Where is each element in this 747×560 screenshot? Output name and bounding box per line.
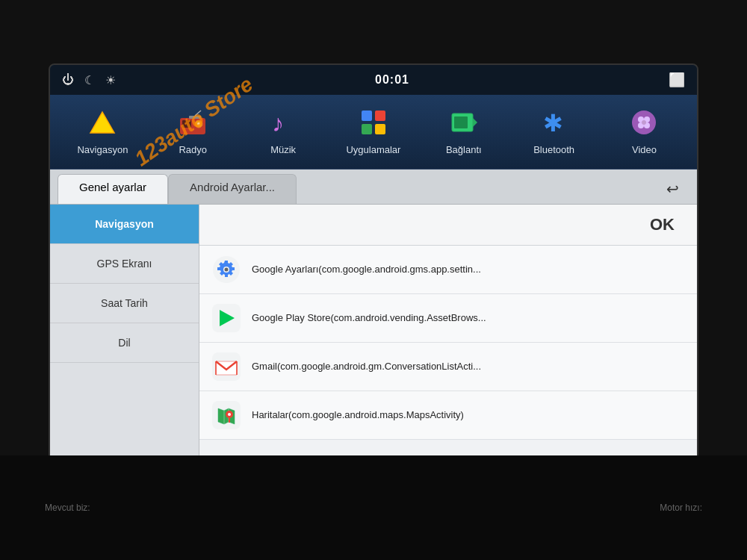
connection-icon xyxy=(450,109,477,140)
svg-rect-8 xyxy=(362,111,372,121)
car-screen: 123auto Store ⏻ ☾ ☀ 00:01 ⬜ Navigasyon xyxy=(49,63,698,497)
bottom-left-label: Mevcut biz: xyxy=(45,503,90,513)
nav-item-muzik[interactable]: ♪ Müzik xyxy=(253,109,313,155)
ok-button[interactable]: OK xyxy=(642,212,682,237)
brightness-icon[interactable]: ☀ xyxy=(105,73,116,87)
sidebar-item-navigasyon[interactable]: Navigasyon xyxy=(50,205,199,244)
nav-arrow-icon xyxy=(89,109,116,140)
top-bar-controls: ⏻ ☾ ☀ xyxy=(62,73,116,87)
sidebar-item-dil[interactable]: Dil xyxy=(50,323,199,363)
nav-label-bluetooth: Bluetooth xyxy=(533,144,574,155)
svg-point-24 xyxy=(225,268,229,272)
app-row-google-settings[interactable]: Google Ayarları(com.google.android.gms.a… xyxy=(199,246,697,294)
svg-rect-11 xyxy=(375,124,385,134)
svg-line-6 xyxy=(195,111,201,116)
sidebar-item-gps[interactable]: GPS Ekranı xyxy=(50,244,199,284)
maps-icon-wrap xyxy=(211,400,241,430)
nav-label-radyo: Radyo xyxy=(179,144,207,155)
video-icon xyxy=(630,109,657,140)
sidebar: Navigasyon GPS Ekranı Saat Tarih Dil xyxy=(50,205,199,497)
google-play-icon-wrap xyxy=(211,303,241,333)
svg-text:✱: ✱ xyxy=(543,110,563,136)
svg-text:♪: ♪ xyxy=(272,110,284,136)
tab-android[interactable]: Android Ayarlar... xyxy=(168,174,297,204)
nav-item-bluetooth[interactable]: ✱ Bluetooth xyxy=(524,109,584,155)
nav-label-muzik: Müzik xyxy=(270,144,296,155)
svg-point-30 xyxy=(228,413,231,416)
apps-icon xyxy=(360,109,387,140)
tab-genel[interactable]: Genel ayarlar xyxy=(58,174,168,204)
window-icon[interactable]: ⬜ xyxy=(669,72,685,88)
moon-icon[interactable]: ☾ xyxy=(84,73,95,87)
tabs-row: Genel ayarlar Android Ayarlar... ↩ xyxy=(50,169,697,205)
power-icon[interactable]: ⏻ xyxy=(62,73,74,87)
bottom-right-label: Motor hızı: xyxy=(660,503,702,513)
svg-rect-10 xyxy=(362,124,372,134)
bluetooth-icon: ✱ xyxy=(541,109,568,140)
google-settings-icon xyxy=(212,255,241,284)
google-settings-icon-wrap xyxy=(211,255,241,284)
nav-label-video: Video xyxy=(632,144,657,155)
svg-rect-13 xyxy=(454,116,468,128)
nav-item-video[interactable]: Video xyxy=(614,109,674,155)
nav-item-navigasyon[interactable]: Navigasyon xyxy=(72,109,132,155)
svg-rect-5 xyxy=(189,116,201,119)
maps-text: Haritalar(com.google.android.maps.MapsAc… xyxy=(252,409,464,422)
svg-marker-0 xyxy=(90,112,114,133)
clock-display: 00:01 xyxy=(375,73,409,87)
gmail-icon-wrap xyxy=(211,352,241,382)
nav-item-radyo[interactable]: Radyo xyxy=(163,109,223,155)
sidebar-item-saat[interactable]: Saat Tarih xyxy=(50,284,199,323)
music-icon: ♪ xyxy=(270,109,296,140)
main-content: Genel ayarlar Android Ayarlar... ↩ Navig… xyxy=(50,169,697,497)
nav-label-navigasyon: Navigasyon xyxy=(77,144,128,155)
gmail-icon xyxy=(212,352,241,381)
google-play-icon xyxy=(212,304,241,332)
nav-label-baglanti: Bağlantı xyxy=(446,144,482,155)
app-list: OK xyxy=(199,205,697,497)
svg-marker-14 xyxy=(473,118,477,127)
maps-icon xyxy=(212,401,241,429)
svg-point-21 xyxy=(642,120,646,125)
nav-bar: Navigasyon Radyo xyxy=(50,95,697,169)
back-button[interactable]: ↩ xyxy=(656,174,689,204)
app-row-google-play[interactable]: Google Play Store(com.android.vending.As… xyxy=(199,294,697,343)
nav-label-uygulamalar: Uygulamalar xyxy=(346,144,400,155)
top-bar: ⏻ ☾ ☀ 00:01 ⬜ xyxy=(50,65,697,95)
content-panel: Navigasyon GPS Ekranı Saat Tarih Dil OK xyxy=(50,205,697,497)
google-settings-text: Google Ayarları(com.google.android.gms.a… xyxy=(252,264,481,276)
radio-icon xyxy=(179,109,207,140)
google-play-text: Google Play Store(com.android.vending.As… xyxy=(252,312,486,325)
gmail-text: Gmail(com.google.android.gm.Conversation… xyxy=(252,361,481,373)
svg-rect-2 xyxy=(182,120,191,128)
svg-point-4 xyxy=(197,122,200,125)
nav-item-uygulamalar[interactable]: Uygulamalar xyxy=(344,109,403,155)
app-row-gmail[interactable]: Gmail(com.google.android.gm.Conversation… xyxy=(199,343,697,391)
ok-row: OK xyxy=(199,205,697,246)
svg-rect-9 xyxy=(375,111,385,121)
nav-item-baglanti[interactable]: Bağlantı xyxy=(434,109,494,155)
app-row-maps[interactable]: Haritalar(com.google.android.maps.MapsAc… xyxy=(199,391,697,440)
